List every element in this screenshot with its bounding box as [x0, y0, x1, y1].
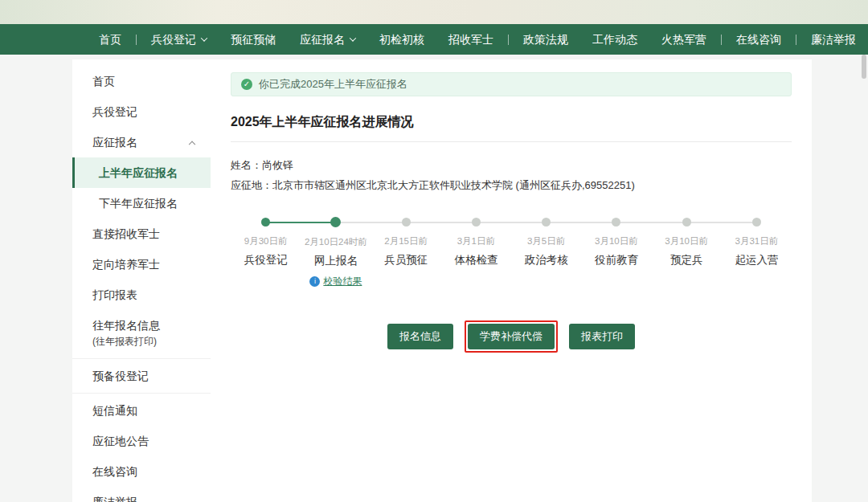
sidebar-item-previous-years-info[interactable]: 往年报名信息 (往年报表打印)	[72, 310, 211, 357]
sidebar-item-reserve-registration[interactable]: 预备役登记	[72, 361, 211, 391]
timeline-step-physical-exam: 3月1日前 体格检查	[441, 218, 511, 288]
sidebar-divider	[72, 393, 211, 394]
verification-result-link[interactable]: i 校验结果	[309, 275, 362, 288]
sidebar-divider	[72, 358, 211, 359]
step-label: 体格检查	[441, 253, 511, 267]
sidebar-item-enlistment-application[interactable]: 应征报名	[72, 127, 211, 157]
step-date: 9月30日前	[231, 235, 301, 247]
sidebar-item-label: 应征地公告	[92, 435, 149, 447]
step-connector	[406, 222, 476, 223]
nav-separator	[721, 35, 722, 45]
step-label: 兵员预征	[371, 253, 441, 267]
success-alert-text: 你已完成2025年上半年应征报名	[259, 77, 407, 92]
sidebar-item-home[interactable]: 首页	[72, 66, 211, 96]
step-date: 3月10日前	[652, 235, 722, 247]
success-check-icon: ✓	[241, 79, 252, 90]
scrollbar-thumb[interactable]	[862, 55, 866, 79]
nav-item-integrity-report[interactable]: 廉洁举报	[799, 24, 868, 55]
chevron-down-icon	[201, 35, 207, 41]
sidebar-item-sms-notification[interactable]: 短信通知	[72, 395, 211, 426]
timeline-step-pre-service-education: 3月10日前 役前教育	[581, 218, 651, 288]
step-dot	[752, 218, 761, 227]
top-navigation: 首页 兵役登记 预征预储 应征报名 初检初核 招收军士 政策法规 工作动态 火热…	[0, 24, 868, 55]
annotation-highlight-box: 学费补偿代偿	[465, 320, 558, 353]
step-label: 役前教育	[581, 253, 651, 267]
nav-item-work-news[interactable]: 工作动态	[580, 24, 649, 55]
nav-separator	[508, 35, 509, 45]
sidebar-item-second-half-application[interactable]: 下半年应征报名	[72, 188, 211, 218]
sidebar-item-first-half-application[interactable]: 上半年应征报名	[72, 157, 211, 188]
info-icon: i	[309, 276, 320, 287]
step-label: 政治考核	[511, 253, 581, 267]
step-dot	[402, 218, 411, 227]
sidebar-item-label: 下半年应征报名	[99, 197, 178, 210]
sidebar-item-label: 应征报名	[92, 136, 137, 149]
nav-item-policies[interactable]: 政策法规	[511, 24, 580, 55]
nav-item-enlistment-application[interactable]: 应征报名	[288, 24, 367, 55]
sidebar-item-label: 直接招收军士	[92, 227, 160, 240]
registration-info-button[interactable]: 报名信息	[387, 324, 453, 349]
nav-item-online-consult[interactable]: 在线咨询	[724, 24, 793, 55]
sidebar-item-sublabel: (往年报表打印)	[92, 335, 160, 348]
chevron-down-icon	[350, 35, 356, 41]
report-print-button[interactable]: 报表打印	[569, 324, 635, 349]
sidebar-item-military-service-registration[interactable]: 兵役登记	[72, 96, 211, 127]
sidebar-item-targeted-nco-training[interactable]: 定向培养军士	[72, 249, 211, 280]
chevron-up-icon	[189, 141, 195, 148]
tuition-compensation-button[interactable]: 学费补偿代偿	[468, 324, 555, 349]
sidebar-item-direct-nco-recruitment[interactable]: 直接招收军士	[72, 218, 211, 249]
applicant-name-row: 姓名：尚攸铎	[231, 155, 792, 175]
timeline-step-pre-selection: 2月15日前 兵员预征	[371, 218, 441, 288]
step-dot	[472, 218, 481, 227]
nav-item-nco-recruitment[interactable]: 招收军士	[436, 24, 506, 55]
nav-item-label: 兵役登记	[151, 24, 196, 55]
nav-item-camp-life[interactable]: 火热军营	[649, 24, 719, 55]
step-label: 预定兵	[652, 253, 722, 267]
success-alert: ✓ 你已完成2025年上半年应征报名	[231, 72, 792, 96]
step-dot	[330, 217, 341, 227]
enlistment-place-row: 应征地：北京市市辖区通州区北京北大方正软件职业技术学院 (通州区征兵办,6955…	[231, 175, 792, 195]
sidebar-item-label: 廉洁举报	[92, 496, 137, 502]
nav-separator	[796, 35, 796, 45]
step-connector	[686, 222, 756, 223]
step-date: 3月10日前	[581, 235, 651, 247]
step-dot	[682, 218, 691, 227]
step-label: 网上报名	[301, 254, 371, 268]
name-label: 姓名：	[231, 159, 262, 171]
sidebar-item-label: 往年报名信息	[92, 319, 160, 332]
sidebar: 首页 兵役登记 应征报名 上半年应征报名 下半年应征报名 直接招收军士 定向培养…	[72, 59, 211, 502]
main-content: ✓ 你已完成2025年上半年应征报名 2025年上半年应征报名进展情况 姓名：尚…	[211, 59, 812, 502]
timeline-step-political-review: 3月5日前 政治考核	[511, 218, 581, 288]
nav-item-pre-conscription[interactable]: 预征预储	[219, 24, 288, 55]
page-title: 2025年上半年应征报名进展情况	[231, 114, 792, 142]
timeline-step-online-application: 2月10日24时前 网上报名 i 校验结果	[301, 218, 371, 288]
step-connector	[616, 222, 686, 223]
timeline-step-departure: 3月31日前 起运入营	[722, 218, 792, 288]
sidebar-item-online-consult[interactable]: 在线咨询	[72, 456, 211, 487]
applicant-info: 姓名：尚攸铎 应征地：北京市市辖区通州区北京北大方正软件职业技术学院 (通州区征…	[231, 155, 792, 195]
sidebar-item-label: 打印报表	[92, 288, 137, 301]
top-banner-image	[0, 0, 868, 24]
timeline-step-pre-assignment: 3月10日前 预定兵	[652, 218, 722, 288]
step-connector	[336, 222, 406, 223]
step-date: 2月15日前	[371, 235, 441, 247]
nav-separator	[136, 35, 137, 45]
sidebar-item-label: 上半年应征报名	[99, 166, 178, 179]
nav-item-home[interactable]: 首页	[87, 24, 133, 55]
place-value: 北京市市辖区通州区北京北大方正软件职业技术学院 (通州区征兵办,69552251…	[272, 179, 635, 191]
step-label: 起运入营	[722, 253, 792, 267]
name-value: 尚攸铎	[262, 159, 293, 171]
step-label: 兵役登记	[231, 253, 301, 267]
nav-item-military-service-registration[interactable]: 兵役登记	[139, 24, 219, 55]
place-label: 应征地：	[231, 179, 272, 191]
sidebar-item-print-report[interactable]: 打印报表	[72, 280, 211, 310]
progress-timeline: 9月30日前 兵役登记 2月10日24时前 网上报名 i 校验结果 2月15日前…	[231, 218, 792, 288]
sidebar-item-integrity-report[interactable]: 廉洁举报	[72, 487, 211, 502]
step-dot	[261, 218, 270, 227]
step-connector	[547, 222, 616, 223]
sidebar-item-label: 兵役登记	[92, 105, 137, 118]
timeline-step-military-registration: 9月30日前 兵役登记	[231, 218, 301, 288]
nav-item-preliminary-check[interactable]: 初检初核	[367, 24, 436, 55]
sidebar-item-local-announcements[interactable]: 应征地公告	[72, 426, 211, 456]
sidebar-item-label: 短信通知	[92, 404, 137, 417]
